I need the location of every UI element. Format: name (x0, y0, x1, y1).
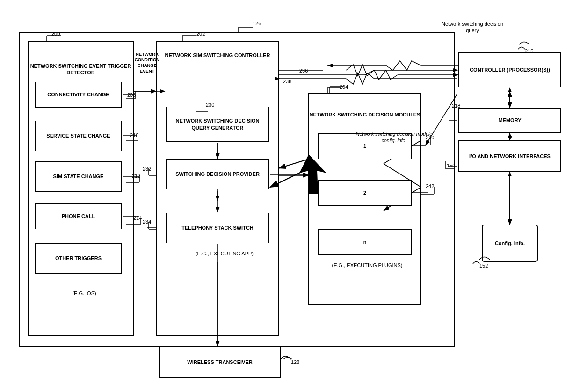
svg-marker-35 (508, 91, 512, 96)
svg-marker-36 (508, 103, 512, 108)
io-network-box: I/O AND NETWORK INTERFACES (458, 140, 561, 172)
sim-state-box: SIM STATE CHANGE (35, 161, 122, 192)
ref-238: 238 (283, 79, 291, 84)
ref-204: 204 (340, 84, 348, 90)
module2-box: 2 (318, 180, 412, 206)
svg-marker-41 (508, 220, 512, 225)
network-condition-label: NETWORK CONDITION CHANGE EVENT (134, 51, 160, 74)
config-box: Config. info. (482, 225, 538, 262)
ref-200: 200 (51, 31, 60, 36)
telephony-switch-box: TELEPHONY STACK SWITCH (166, 213, 269, 243)
svg-line-20 (278, 159, 309, 168)
svg-marker-77 (508, 87, 512, 92)
ref-214: 214 (133, 215, 142, 221)
ref-208: 208 (127, 92, 136, 98)
modulen-box: n (318, 229, 412, 255)
ref-242: 242 (426, 183, 434, 189)
ref-210: 210 (130, 132, 138, 138)
memory-box: MEMORY (458, 108, 561, 133)
ref-202: 202 (196, 31, 205, 36)
svg-marker-39 (508, 136, 512, 140)
phone-call-box: PHONE CALL (35, 203, 122, 229)
ref-234: 234 (143, 219, 151, 225)
ref-150: 150 (447, 163, 455, 168)
ref-236: 236 (299, 68, 308, 73)
wireless-box: WIRELESS TRANSCEIVER (159, 346, 281, 378)
connectivity-change-box: CONNECTIVITY CHANGE (35, 82, 122, 108)
decision-provider-box: SWITCHING DECISION PROVIDER (166, 159, 269, 189)
network-config-label: Network switching decision module config… (355, 131, 433, 144)
service-state-box: SERVICE STATE CHANGE (35, 121, 122, 151)
other-triggers-box: OTHER TRIGGERS (35, 243, 122, 274)
ref-212: 212 (132, 173, 140, 179)
decision-modules-title: NETWORK SWITCHING DECISION MODULES (309, 94, 421, 136)
network-query-label: Network switching decision query (435, 21, 510, 34)
eg-plugins-label: (E.G., EXECUTING PLUGINS) (320, 262, 414, 269)
eg-executing-app-label: (E.G., EXECUTING APP) (173, 250, 276, 257)
svg-marker-84 (508, 172, 512, 176)
svg-line-70 (270, 168, 309, 187)
svg-marker-80 (508, 133, 512, 138)
ref-126: 126 (253, 21, 261, 26)
controller-box: CONTROLLER (PROCESSOR(S)) (458, 52, 561, 87)
eg-os-label: (E.G., OS) (56, 290, 112, 297)
ref-232: 232 (143, 166, 151, 172)
query-generator-box: NETWORK SWITCHING DECISION QUERY GENERAT… (166, 107, 269, 142)
sim-controller-title: NETWORK SIM SWITCHING CONTROLLER (157, 41, 278, 69)
